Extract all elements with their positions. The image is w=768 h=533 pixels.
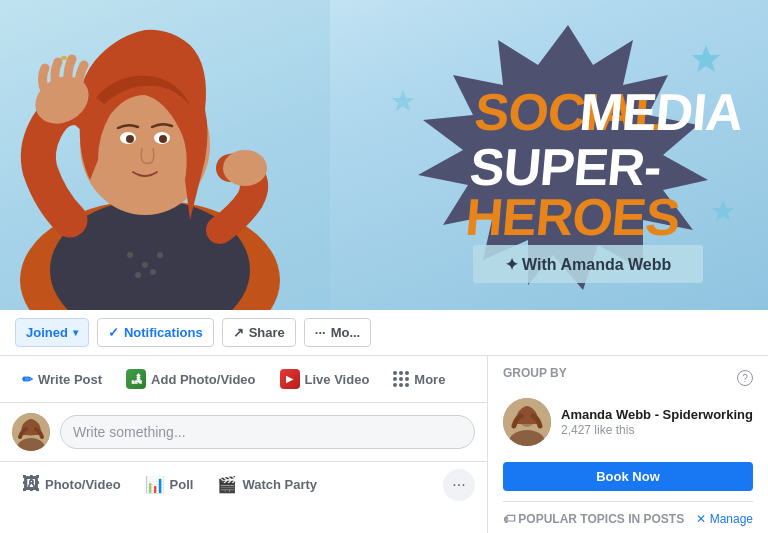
svg-point-13 bbox=[157, 252, 163, 258]
write-post-label: Write Post bbox=[38, 372, 102, 387]
cover-photo: SOCIAL MEDIA SUPER- HEROES ✦ With Amanda… bbox=[0, 0, 768, 310]
joined-button[interactable]: Joined ▾ bbox=[15, 318, 89, 347]
poll-icon: 📊 bbox=[145, 475, 165, 494]
add-photo-video-label: Add Photo/Video bbox=[151, 372, 255, 387]
post-more-button[interactable]: ··· bbox=[443, 469, 475, 501]
svg-text:✦ With Amanda Webb: ✦ With Amanda Webb bbox=[505, 256, 672, 273]
pencil-icon: ✏ bbox=[22, 372, 33, 387]
more-label: More bbox=[414, 372, 445, 387]
photo-video-label: Photo/Video bbox=[45, 477, 121, 492]
more-toolbar-button[interactable]: More bbox=[383, 366, 455, 392]
book-now-button[interactable]: Book Now bbox=[503, 462, 753, 491]
svg-point-7 bbox=[126, 135, 134, 143]
more-label: Mo... bbox=[331, 325, 361, 340]
svg-point-14 bbox=[135, 272, 141, 278]
svg-point-8 bbox=[159, 135, 167, 143]
more-dots: ··· bbox=[452, 476, 465, 494]
popular-topics-header: 🏷 POPULAR TOPICS IN POSTS ✕ Manage bbox=[503, 512, 753, 526]
svg-rect-16 bbox=[61, 56, 67, 60]
share-label: Share bbox=[249, 325, 285, 340]
write-post-button[interactable]: ✏ Write Post bbox=[12, 367, 112, 392]
checkmark-icon: ✓ bbox=[108, 325, 119, 340]
more-dots-icon: ··· bbox=[315, 325, 326, 340]
live-icon: ▶ bbox=[280, 369, 300, 389]
svg-point-10 bbox=[223, 150, 267, 186]
watch-party-icon: 🎬 bbox=[217, 475, 237, 494]
more-grid-icon bbox=[393, 371, 409, 387]
share-icon: ↗ bbox=[233, 325, 244, 340]
chevron-down-icon: ▾ bbox=[73, 327, 78, 338]
popular-topics-title: 🏷 POPULAR TOPICS IN POSTS bbox=[503, 512, 684, 526]
more-button[interactable]: ··· Mo... bbox=[304, 318, 371, 347]
group-info: Amanda Webb - Spiderworking 2,427 like t… bbox=[561, 407, 753, 438]
svg-text:HEROES: HEROES bbox=[463, 188, 682, 246]
book-now-label: Book Now bbox=[596, 469, 660, 484]
svg-point-11 bbox=[127, 252, 133, 258]
tag-icon: 🏷 bbox=[503, 512, 515, 526]
share-button[interactable]: ↗ Share bbox=[222, 318, 296, 347]
post-actions-bar: 🖼 Photo/Video 📊 Poll 🎬 Watch Party ··· bbox=[0, 462, 487, 507]
group-by-title: GROUP BY bbox=[503, 366, 567, 380]
watch-party-button[interactable]: 🎬 Watch Party bbox=[207, 469, 327, 500]
svg-point-12 bbox=[142, 262, 148, 268]
post-toolbar: ✏ Write Post 🏞 Add Photo/Video ▶ Live Vi… bbox=[0, 356, 487, 403]
add-photo-video-button[interactable]: 🏞 Add Photo/Video bbox=[116, 364, 265, 394]
poll-button[interactable]: 📊 Poll bbox=[135, 469, 204, 500]
main-content: ✏ Write Post 🏞 Add Photo/Video ▶ Live Vi… bbox=[0, 356, 768, 533]
watch-party-label: Watch Party bbox=[242, 477, 317, 492]
group-name: Amanda Webb - Spiderworking bbox=[561, 407, 753, 424]
group-by-card: Amanda Webb - Spiderworking 2,427 like t… bbox=[503, 398, 753, 446]
manage-link[interactable]: ✕ Manage bbox=[696, 512, 753, 526]
write-input[interactable]: Write something... bbox=[60, 415, 475, 449]
user-avatar bbox=[12, 413, 50, 451]
joined-label: Joined bbox=[26, 325, 68, 340]
svg-text:MEDIA: MEDIA bbox=[577, 83, 745, 141]
divider bbox=[503, 501, 753, 502]
help-icon[interactable]: ? bbox=[737, 370, 753, 386]
person-image bbox=[0, 0, 340, 310]
right-sidebar: GROUP BY ? Amanda Webb - Spiderworking 2… bbox=[488, 356, 768, 533]
live-video-label: Live Video bbox=[305, 372, 370, 387]
photo-video-icon: 🖼 bbox=[22, 474, 40, 495]
photo-icon: 🏞 bbox=[126, 369, 146, 389]
live-video-button[interactable]: ▶ Live Video bbox=[270, 364, 380, 394]
photo-video-post-button[interactable]: 🖼 Photo/Video bbox=[12, 468, 131, 501]
group-avatar bbox=[503, 398, 551, 446]
cover-wrapper: SOCIAL MEDIA SUPER- HEROES ✦ With Amanda… bbox=[0, 0, 768, 356]
poll-label: Poll bbox=[170, 477, 194, 492]
group-likes: 2,427 like this bbox=[561, 423, 753, 437]
comic-burst: SOCIAL MEDIA SUPER- HEROES ✦ With Amanda… bbox=[388, 20, 748, 290]
write-post-area: Write something... bbox=[0, 403, 487, 462]
notifications-label: Notifications bbox=[124, 325, 203, 340]
left-panel: ✏ Write Post 🏞 Add Photo/Video ▶ Live Vi… bbox=[0, 356, 488, 533]
write-placeholder: Write something... bbox=[73, 424, 186, 440]
action-bar: Joined ▾ ✓ Notifications ↗ Share ··· Mo.… bbox=[0, 310, 768, 356]
notifications-button[interactable]: ✓ Notifications bbox=[97, 318, 214, 347]
svg-point-15 bbox=[150, 269, 156, 275]
